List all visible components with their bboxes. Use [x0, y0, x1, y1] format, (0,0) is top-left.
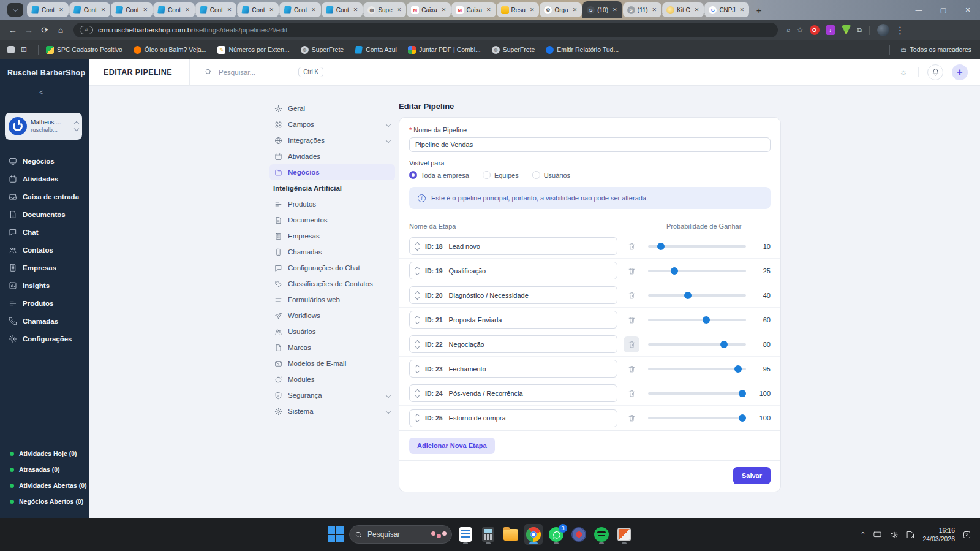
status-atividades-abertas[interactable]: Atividades Abertas (0) [0, 477, 89, 493]
drag-handle-icon[interactable] [416, 292, 419, 299]
global-search[interactable]: Pesquisar... Ctrl K [205, 67, 323, 77]
slider-handle[interactable] [739, 414, 746, 422]
settings-item-marcas[interactable]: Marcas [270, 340, 395, 355]
stage-name-input[interactable]: ID: 20Diagnóstico / Necessidade [409, 286, 617, 304]
sidebar-item-negocios[interactable]: Negócios [0, 152, 89, 170]
bookmark-item[interactable]: SPC Cadastro Positivo [46, 46, 123, 54]
sidebar-item-chamadas[interactable]: Chamadas [0, 312, 89, 330]
window-close-button[interactable]: ✕ [956, 6, 980, 14]
settings-item-produtos[interactable]: Produtos [270, 196, 395, 212]
bookmark-item[interactable]: Conta Azul [355, 46, 397, 54]
radio-usuarios[interactable]: Usuários [532, 171, 570, 179]
tab-close-icon[interactable]: ✕ [99, 7, 108, 13]
delete-stage-button[interactable] [624, 386, 639, 401]
stage-name-input[interactable]: ID: 19Qualificação [409, 262, 617, 279]
tab-close-icon[interactable]: ✕ [395, 7, 404, 13]
radio-equipes[interactable]: Equipes [483, 171, 519, 179]
browser-tab[interactable]: S(11)✕ [623, 2, 662, 17]
side-panel-icon[interactable] [7, 46, 15, 53]
browser-tab[interactable]: ⚙Orga✕ [540, 2, 582, 17]
browser-tab[interactable]: Cont✕ [279, 2, 321, 17]
tab-close-icon[interactable]: ✕ [141, 7, 149, 13]
tab-close-icon[interactable]: ✕ [650, 7, 659, 13]
settings-item-atividades[interactable]: Atividades [270, 148, 395, 164]
browser-tab[interactable]: MCaixa✕ [407, 2, 451, 17]
probability-slider[interactable] [648, 319, 746, 321]
stage-name-input[interactable]: ID: 22Negociação [409, 335, 617, 353]
tray-speaker-icon[interactable] [889, 530, 899, 539]
browser-tab[interactable]: ◍Supe✕ [363, 2, 406, 17]
browser-tab[interactable]: GCNPJ✕ [704, 2, 749, 17]
tab-close-icon[interactable]: ✕ [571, 7, 579, 13]
probability-slider[interactable] [648, 270, 746, 272]
settings-item-workflows[interactable]: Workflows [270, 308, 395, 324]
status-atrasadas[interactable]: Atrasadas (0) [0, 462, 89, 477]
taskbar-calculator[interactable] [479, 524, 497, 545]
extensions-puzzle-icon[interactable]: ⧉ [858, 26, 862, 34]
tab-close-icon[interactable]: ✕ [267, 7, 276, 13]
slider-handle[interactable] [671, 267, 678, 275]
profile-avatar[interactable] [877, 24, 889, 36]
settings-section-inteligencia-artificial[interactable]: Inteligência Artificial [270, 180, 395, 196]
radio-toda-a-empresa[interactable]: Toda a empresa [409, 171, 469, 179]
browser-tab[interactable]: Cont✕ [195, 2, 237, 17]
taskbar-notepad[interactable] [456, 524, 475, 545]
bookmark-item[interactable]: ✎Números por Exten... [217, 46, 289, 54]
drag-handle-icon[interactable] [416, 365, 419, 373]
drag-handle-icon[interactable] [416, 341, 419, 348]
sidebar-item-empresas[interactable]: Empresas [0, 259, 89, 276]
browser-tab[interactable]: MCaixa✕ [451, 2, 496, 17]
tray-notifications-icon[interactable] [962, 530, 971, 539]
zoom-icon[interactable]: ⌕ [786, 26, 791, 34]
home-button[interactable]: ⌂ [53, 25, 69, 35]
theme-toggle-icon[interactable]: ☼ [900, 67, 919, 77]
probability-slider[interactable] [648, 392, 746, 395]
sidebar-item-documentos[interactable]: Documentos [0, 205, 89, 223]
window-minimize-button[interactable]: — [907, 6, 931, 13]
drag-handle-icon[interactable] [416, 267, 419, 275]
profile-switcher[interactable]: Matheus ...ruschelb... [5, 113, 82, 140]
delete-stage-button[interactable] [624, 312, 639, 328]
tray-monitor-icon[interactable] [873, 530, 882, 539]
back-button[interactable]: ← [5, 25, 21, 35]
taskbar-chrome[interactable] [524, 524, 543, 545]
stage-name-input[interactable]: ID: 21Proposta Enviada [409, 311, 617, 329]
quick-add-button[interactable]: + [952, 64, 968, 80]
browser-tab[interactable]: Cont✕ [69, 2, 111, 17]
sidebar-item-caixa-de-entrada[interactable]: Caixa de entrada [0, 188, 89, 205]
settings-item-usuarios[interactable]: Usuários [270, 324, 395, 340]
slider-handle[interactable] [684, 292, 692, 299]
drag-handle-icon[interactable] [416, 243, 419, 250]
tab-close-icon[interactable]: ✕ [693, 7, 701, 13]
settings-item-classificacoes-de-contatos[interactable]: Classificações de Contatos [270, 276, 395, 292]
tab-search-chevron-button[interactable] [7, 3, 23, 17]
browser-tab[interactable]: Cont✕ [237, 2, 279, 17]
tab-close-icon[interactable]: ✕ [57, 7, 66, 13]
tab-close-icon[interactable]: ✕ [611, 7, 619, 13]
taskbar-spotify[interactable] [592, 524, 611, 545]
delete-stage-button[interactable] [624, 238, 639, 254]
new-tab-button[interactable]: + [752, 3, 766, 17]
tab-close-icon[interactable]: ✕ [225, 7, 234, 13]
slider-handle[interactable] [734, 365, 742, 373]
settings-item-modules[interactable]: Modules [270, 371, 395, 387]
forward-button[interactable]: → [21, 25, 37, 35]
browser-tab[interactable]: Cont✕ [153, 2, 195, 17]
bookmark-item[interactable]: Juntar PDF | Combi... [408, 46, 481, 54]
stage-name-input[interactable]: ID: 18Lead novo [409, 237, 617, 255]
taskbar-file-explorer[interactable] [502, 524, 520, 545]
drag-handle-icon[interactable] [416, 414, 419, 422]
sidebar-item-chat[interactable]: Chat [0, 223, 89, 241]
settings-item-formularios-web[interactable]: Formulários web [270, 292, 395, 308]
browser-tab[interactable]: Cont✕ [322, 2, 363, 17]
settings-item-negocios[interactable]: Negócios [270, 164, 395, 180]
probability-slider[interactable] [648, 417, 746, 419]
slider-handle[interactable] [703, 316, 710, 324]
pipeline-name-input[interactable] [409, 137, 771, 152]
tab-close-icon[interactable]: ✕ [738, 7, 747, 13]
tab-close-icon[interactable]: ✕ [183, 7, 192, 13]
settings-item-integracoes[interactable]: Integrações [270, 132, 395, 148]
delete-stage-button[interactable] [624, 410, 639, 426]
slider-handle[interactable] [739, 390, 746, 397]
browser-tab[interactable]: Cont✕ [27, 2, 69, 17]
